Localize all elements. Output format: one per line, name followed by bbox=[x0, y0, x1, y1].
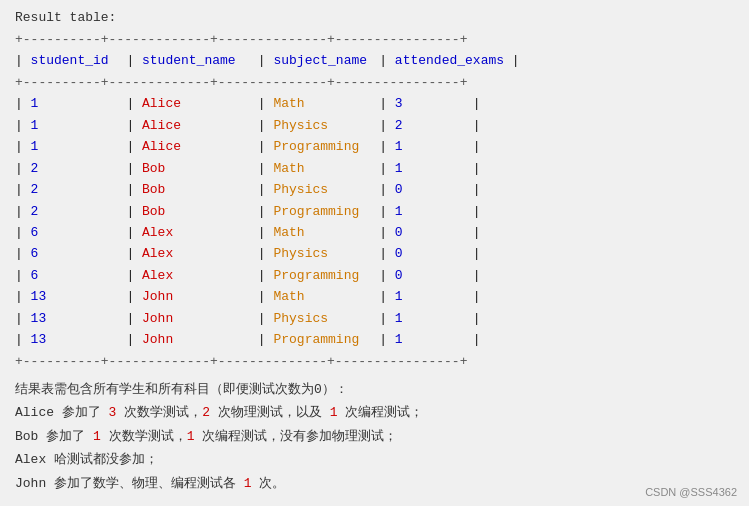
table-row: | 2 | Bob | Math | 1 | bbox=[15, 158, 734, 179]
header-student-name: student_name bbox=[142, 50, 250, 71]
summary-intro: 结果表需包含所有学生和所有科目（即便测试次数为0）： bbox=[15, 378, 734, 401]
summary-line2: Bob 参加了 1 次数学测试，1 次编程测试，没有参加物理测试； bbox=[15, 425, 734, 448]
border-top: +----------+-------------+--------------… bbox=[15, 32, 467, 47]
border-bottom: +----------+-------------+--------------… bbox=[15, 351, 734, 372]
table-row: | 6 | Alex | Math | 0 | bbox=[15, 222, 734, 243]
table-row: | 13 | John | Programming | 1 | bbox=[15, 329, 734, 350]
table-row: | 1 | Alice | Physics | 2 | bbox=[15, 115, 734, 136]
watermark: CSDN @SSS4362 bbox=[645, 486, 737, 498]
summary-line1: Alice 参加了 3 次数学测试，2 次物理测试，以及 1 次编程测试； bbox=[15, 401, 734, 424]
table-row: | 13 | John | Math | 1 | bbox=[15, 286, 734, 307]
header-student-id: student_id bbox=[31, 50, 119, 71]
header-subject-name: subject_name bbox=[273, 50, 371, 71]
table-header-row: | student_id | student_name | subject_na… bbox=[15, 53, 520, 68]
table-row: | 6 | Alex | Physics | 0 | bbox=[15, 243, 734, 264]
table-row: | 2 | Bob | Physics | 0 | bbox=[15, 179, 734, 200]
border-header: +----------+-------------+--------------… bbox=[15, 75, 467, 90]
summary-line4: John 参加了数学、物理、编程测试各 1 次。 bbox=[15, 472, 734, 495]
table-row: | 6 | Alex | Programming | 0 | bbox=[15, 265, 734, 286]
table-row: | 1 | Alice | Math | 3 | bbox=[15, 93, 734, 114]
result-label: Result table: bbox=[15, 10, 734, 25]
data-rows: | 1 | Alice | Math | 3 || 1 | Alice | Ph… bbox=[15, 93, 734, 350]
summary-line3: Alex 哈测试都没参加； bbox=[15, 448, 734, 471]
table-row: | 1 | Alice | Programming | 1 | bbox=[15, 136, 734, 157]
summary-section: 结果表需包含所有学生和所有科目（即便测试次数为0）： Alice 参加了 3 次… bbox=[15, 378, 734, 495]
table-container: +----------+-------------+--------------… bbox=[15, 29, 734, 372]
table-row: | 2 | Bob | Programming | 1 | bbox=[15, 201, 734, 222]
table-pre: +----------+-------------+--------------… bbox=[15, 29, 734, 93]
table-row: | 13 | John | Physics | 1 | bbox=[15, 308, 734, 329]
header-attended-exams: attended_exams bbox=[395, 53, 504, 68]
